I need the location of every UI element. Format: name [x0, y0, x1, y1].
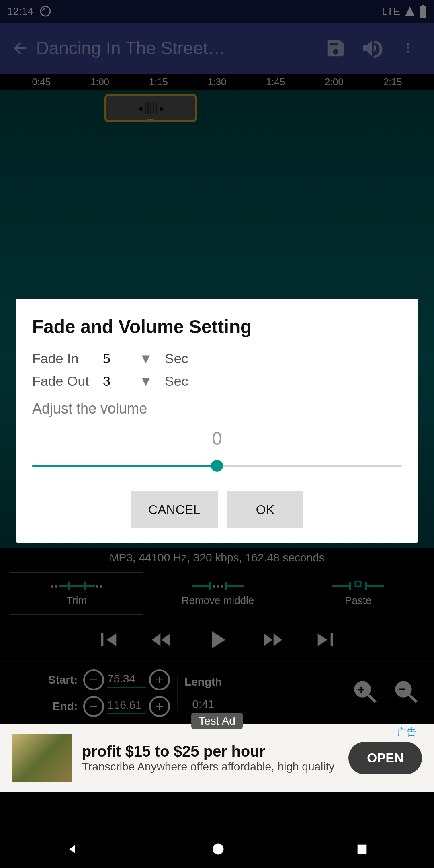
nav-home-icon	[211, 842, 225, 856]
fade-in-label: Fade In	[32, 351, 103, 366]
volume-value: 0	[32, 428, 402, 449]
slider-thumb[interactable]	[211, 460, 223, 472]
nav-recent-button[interactable]	[355, 842, 369, 858]
nav-back-button[interactable]	[65, 841, 81, 859]
dropdown-arrow-icon[interactable]: ▼	[139, 351, 155, 366]
ad-test-badge: Test Ad	[191, 713, 243, 729]
cancel-button[interactable]: CANCEL	[131, 491, 218, 528]
fade-volume-dialog: Fade and Volume Setting Fade In 5 ▼ Sec …	[16, 299, 418, 543]
ad-language-tag: 广告	[397, 726, 416, 739]
nav-back-icon	[65, 841, 81, 857]
fade-in-unit: Sec	[165, 351, 188, 366]
fade-out-row: Fade Out 3 ▼ Sec	[32, 370, 402, 392]
ok-button[interactable]: OK	[227, 491, 303, 528]
volume-slider[interactable]	[32, 460, 402, 472]
fade-in-row: Fade In 5 ▼ Sec	[32, 347, 402, 370]
ad-open-button[interactable]: OPEN	[348, 742, 422, 774]
fade-out-unit: Sec	[165, 373, 188, 389]
nav-home-button[interactable]	[211, 842, 225, 858]
fade-out-label: Fade Out	[32, 373, 103, 389]
dropdown-arrow-icon[interactable]: ▼	[139, 373, 155, 389]
svg-point-19	[213, 844, 223, 855]
nav-recent-icon	[355, 842, 369, 856]
svg-rect-20	[358, 845, 367, 854]
volume-adjust-label: Adjust the volume	[32, 400, 402, 417]
fade-out-dropdown-value[interactable]: 3	[103, 373, 139, 389]
fade-in-dropdown-value[interactable]: 5	[103, 351, 139, 366]
ad-subline: Transcribe Anywhere offers affordable, h…	[82, 760, 339, 773]
ad-thumbnail	[12, 734, 72, 782]
ad-banner[interactable]: Test Ad 广告 ✕ profit $15 to $25 per hour …	[0, 724, 434, 792]
dialog-title: Fade and Volume Setting	[32, 316, 402, 338]
ad-headline: profit $15 to $25 per hour	[82, 743, 339, 760]
system-nav-bar	[0, 832, 434, 868]
